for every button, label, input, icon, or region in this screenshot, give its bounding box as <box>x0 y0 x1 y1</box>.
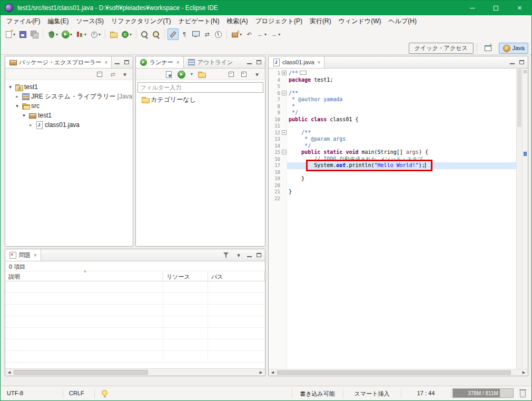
line-number[interactable]: 5 <box>272 83 282 90</box>
search-button[interactable] <box>151 28 162 40</box>
tree-item-class01-java[interactable]: ▸class01.java <box>5 120 133 130</box>
view-menu-button[interactable]: ▾ <box>253 71 261 78</box>
editor-horizontal-scrollbar[interactable]: ◀ ▶ <box>269 369 528 376</box>
link-with-editor-button[interactable]: ⇄ <box>109 71 116 78</box>
line-number[interactable]: 15 <box>272 149 282 156</box>
minimize-view-icon[interactable] <box>247 63 252 64</box>
line-number[interactable]: 19 <box>272 175 282 182</box>
dropdown-arrow-icon[interactable]: ▾ <box>191 72 193 76</box>
new-wizard-button[interactable]: ▾ <box>3 28 17 40</box>
line-number[interactable]: 11 <box>272 123 282 130</box>
scroll-right-icon[interactable]: ▶ <box>520 370 528 375</box>
quick-access-box[interactable]: クイック・アクセス <box>409 43 474 54</box>
code-line-4[interactable]: 4package test1; <box>269 77 516 84</box>
menu-item[interactable]: ヘルプ(H) <box>385 16 420 27</box>
forward-button[interactable]: →▾ <box>269 28 282 40</box>
close-button[interactable]: × <box>508 1 531 15</box>
scroll-right-icon[interactable]: ▶ <box>257 370 265 375</box>
menu-item[interactable]: 検索(A) <box>223 16 251 27</box>
expand-arrow-icon[interactable]: ▸ <box>14 94 20 99</box>
scrollbar-track[interactable] <box>13 369 257 376</box>
menu-item[interactable]: プロジェクト(P) <box>251 16 306 27</box>
code-line-9[interactable]: 9 */ <box>269 110 516 116</box>
code-line-12[interactable]: 12− /** <box>269 130 516 136</box>
close-tab-icon[interactable]: × <box>176 60 180 65</box>
menu-item[interactable]: ソース(S) <box>72 16 107 27</box>
column-header-path[interactable]: パス <box>208 271 265 281</box>
filter-input[interactable] <box>137 82 263 93</box>
code-line-17[interactable]: 17 System.out.println("Hello World!"); <box>269 162 516 169</box>
scroll-left-icon[interactable]: ◀ <box>269 370 277 375</box>
back-button[interactable]: ←▾ <box>255 28 268 40</box>
line-number[interactable]: 16 <box>272 156 282 163</box>
code-line-20[interactable]: 20 <box>269 182 516 189</box>
maximize-view-icon[interactable] <box>257 60 261 64</box>
tree-item-jre-library[interactable]: ▸JRE システム・ライブラリー [JavaSE-1.8] <box>5 92 133 101</box>
line-number[interactable]: 22 <box>272 195 282 202</box>
column-header-resource[interactable]: リソース <box>163 271 208 281</box>
line-number[interactable]: 12 <box>272 130 282 136</box>
show-whitespace-button[interactable]: ¶ <box>179 28 190 40</box>
code-line-1[interactable]: 1+/** <box>269 70 516 77</box>
code-line-5[interactable]: 5 <box>269 83 516 90</box>
close-tab-icon[interactable]: × <box>34 252 37 258</box>
code-line-15[interactable]: 15− public static void main(String[] arg… <box>269 149 516 156</box>
menu-item[interactable]: ウィンドウ(W) <box>335 16 385 27</box>
editor-code-area[interactable]: 1+/**4package test1;56−/**7 * @author ya… <box>269 69 516 369</box>
tab-problems[interactable]: 問題 × <box>5 249 41 261</box>
run-selected-button[interactable] <box>178 71 185 78</box>
open-type-button[interactable] <box>139 28 150 40</box>
garbage-collect-trash-icon[interactable] <box>520 391 526 397</box>
expand-arrow-icon[interactable]: ▸ <box>28 122 34 128</box>
minimize-view-icon[interactable] <box>510 63 515 64</box>
view-menu-button[interactable]: ▾ <box>121 71 129 78</box>
code-line-14[interactable]: 14 */ <box>269 143 516 150</box>
code-line-21[interactable]: 21} <box>269 189 516 195</box>
menu-item[interactable]: 編集(E) <box>44 16 72 27</box>
minimize-button[interactable] <box>460 1 484 15</box>
fold-expand-icon[interactable]: + <box>282 71 287 75</box>
scrollbar-thumb[interactable] <box>14 370 148 375</box>
filter-button[interactable] <box>222 251 230 259</box>
tree-item-src-folder[interactable]: ▾src <box>5 101 133 111</box>
scroll-left-icon[interactable]: ◀ <box>5 370 13 375</box>
column-header-description[interactable]: ^ 説明 <box>5 271 163 281</box>
scrollbar-track[interactable] <box>277 369 520 376</box>
synchronize-button[interactable]: ⇄ <box>202 28 212 40</box>
runner-item-no-category[interactable]: カテゴリーなし <box>136 95 265 104</box>
open-console-button[interactable] <box>190 28 201 40</box>
line-number[interactable]: 21 <box>272 189 282 195</box>
line-number[interactable]: 8 <box>272 103 282 110</box>
menu-item[interactable]: ナビゲート(N) <box>175 16 223 27</box>
run-history-button[interactable] <box>213 28 224 40</box>
quickfix-bulb-icon[interactable] <box>102 390 107 396</box>
occurrence-marker[interactable] <box>524 152 527 156</box>
new-java-class-button[interactable]: ▾ <box>120 28 133 40</box>
fold-collapse-icon[interactable]: − <box>282 91 287 95</box>
code-line-13[interactable]: 13 * @param args <box>269 136 516 143</box>
problems-horizontal-scrollbar[interactable]: ◀ ▶ <box>5 368 265 376</box>
save-button[interactable] <box>17 28 28 40</box>
scrollbar-thumb[interactable] <box>517 69 521 127</box>
collapse-all-button[interactable] <box>96 71 104 78</box>
debug-button[interactable]: ▾ <box>46 28 60 40</box>
close-tab-icon[interactable]: × <box>105 60 108 65</box>
line-number[interactable]: 10 <box>272 116 282 123</box>
menu-item[interactable]: ファイル(F) <box>3 16 44 27</box>
save-all-button[interactable] <box>29 28 40 40</box>
line-number[interactable]: 13 <box>272 136 282 143</box>
open-perspective-button[interactable] <box>480 43 496 54</box>
fold-collapse-icon[interactable]: − <box>282 130 287 135</box>
fold-collapse-icon[interactable]: − <box>282 150 287 154</box>
line-number[interactable]: 4 <box>272 77 282 84</box>
new-java-project-button[interactable] <box>108 28 119 40</box>
tab-package-explorer[interactable]: パッケージ・エクスプローラー × <box>5 56 112 68</box>
collapse-arrow-icon[interactable]: ▾ <box>21 113 27 118</box>
line-number[interactable]: 1 <box>272 70 282 77</box>
profile-button[interactable]: ▾ <box>88 28 102 40</box>
collapse-all-button[interactable] <box>228 71 236 78</box>
line-number[interactable]: 14 <box>272 143 282 150</box>
new-launch-config-button[interactable] <box>165 71 173 78</box>
minimize-view-icon[interactable] <box>247 256 252 257</box>
code-line-6[interactable]: 6−/** <box>269 90 516 97</box>
